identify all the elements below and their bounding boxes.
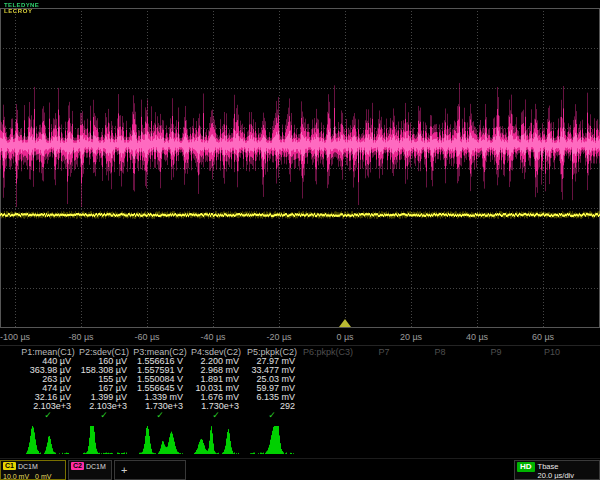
measurement-value bbox=[356, 357, 412, 366]
hd-chip: HD bbox=[517, 462, 535, 472]
measurement-header-p4[interactable]: P4:sdev(C2) bbox=[188, 347, 244, 357]
measurement-value bbox=[300, 402, 356, 411]
measurement-header-p3[interactable]: P3:mean(C2) bbox=[132, 347, 188, 357]
measurement-value: 2.103e+3 bbox=[76, 402, 132, 411]
measurement-value: 1.339 mV bbox=[132, 393, 188, 402]
measurement-value: 1.730e+3 bbox=[188, 402, 244, 411]
c1-offset: 0 mV bbox=[35, 473, 51, 480]
measurement-value bbox=[300, 357, 356, 366]
measurement-value: 27.97 mV bbox=[244, 357, 300, 366]
measurement-value: 1.730e+3 bbox=[132, 402, 188, 411]
c1-chip: C1 bbox=[3, 462, 16, 470]
measurement-value: 1.556616 V bbox=[132, 357, 188, 366]
measurement-header-p5[interactable]: P5:pkpk(C2) bbox=[244, 347, 300, 357]
measurement-status-icon bbox=[524, 411, 580, 420]
measurement-value bbox=[412, 402, 468, 411]
measurement-header-p2[interactable]: P2:sdev(C1) bbox=[76, 347, 132, 357]
measurement-value bbox=[300, 384, 356, 393]
measurement-value: 160 µV bbox=[76, 357, 132, 366]
measurement-header-p8[interactable]: P8 bbox=[412, 347, 468, 357]
time-axis-label: -40 µs bbox=[200, 332, 225, 342]
measurement-status-icon: ✓ bbox=[76, 411, 132, 420]
measurement-header-p1[interactable]: P1:mean(C1) bbox=[20, 347, 76, 357]
measurement-value bbox=[356, 375, 412, 384]
measurement-value: 474 µV bbox=[20, 384, 76, 393]
waveform-display bbox=[0, 8, 600, 328]
measurement-value bbox=[300, 366, 356, 375]
measurement-value: 2.103e+3 bbox=[20, 402, 76, 411]
timebase-scale: 20.0 µs/div bbox=[538, 471, 574, 480]
measurement-value bbox=[300, 375, 356, 384]
plus-icon: + bbox=[121, 464, 185, 476]
time-axis: -100 µs-80 µs-60 µs-40 µs-20 µs0 µs20 µs… bbox=[0, 330, 600, 345]
c2-descriptor[interactable]: C2 DC1M bbox=[68, 460, 112, 480]
measurement-value bbox=[524, 375, 580, 384]
timebase-descriptor[interactable]: HD Tbase 20.0 µs/div bbox=[514, 460, 600, 480]
time-axis-label: -80 µs bbox=[68, 332, 93, 342]
time-axis-label: 20 µs bbox=[400, 332, 422, 342]
measurement-value bbox=[468, 375, 524, 384]
measurement-value: 1.399 µV bbox=[76, 393, 132, 402]
measurement-status-icon: ✓ bbox=[244, 411, 300, 420]
measurement-value bbox=[356, 366, 412, 375]
measurement-header-p10[interactable]: P10 bbox=[524, 347, 580, 357]
measurement-value: 10.031 mV bbox=[188, 384, 244, 393]
measurement-value: 167 µV bbox=[76, 384, 132, 393]
measurement-status-icon: ✓ bbox=[132, 411, 188, 420]
measurement-value: 59.97 mV bbox=[244, 384, 300, 393]
measurement-value bbox=[356, 384, 412, 393]
measurement-value: 1.550084 V bbox=[132, 375, 188, 384]
measurement-value bbox=[468, 357, 524, 366]
measurement-value: 158.308 µV bbox=[76, 366, 132, 375]
measurement-value: 155 µV bbox=[76, 375, 132, 384]
c2-chip: C2 bbox=[71, 462, 84, 470]
c1-coupling: DC1M bbox=[18, 463, 38, 470]
measurement-value: 33.477 mV bbox=[244, 366, 300, 375]
measurement-value: 1.676 mV bbox=[188, 393, 244, 402]
measurement-status-icon bbox=[468, 411, 524, 420]
measurement-value bbox=[356, 402, 412, 411]
measurement-status-icon bbox=[356, 411, 412, 420]
measurement-value: 25.03 mV bbox=[244, 375, 300, 384]
measurement-histicons[interactable] bbox=[0, 420, 600, 456]
measurement-value bbox=[524, 384, 580, 393]
measurement-value bbox=[300, 393, 356, 402]
measurement-value bbox=[524, 402, 580, 411]
measurement-value: 2.200 mV bbox=[188, 357, 244, 366]
measurement-value: 1.891 mV bbox=[188, 375, 244, 384]
measurement-value: 292 bbox=[244, 402, 300, 411]
waveform-grid bbox=[0, 8, 600, 328]
measurement-value: 263 µV bbox=[20, 375, 76, 384]
measurement-value: 6.135 mV bbox=[244, 393, 300, 402]
brand-logo: TELEDYNE LECROY bbox=[4, 2, 39, 14]
measurement-status-icon: ✓ bbox=[20, 411, 76, 420]
oscilloscope-screen: TELEDYNE LECROY -100 µs-80 µs-60 µs-40 µ… bbox=[0, 0, 600, 480]
measurement-value bbox=[356, 393, 412, 402]
measurement-header-p7[interactable]: P7 bbox=[356, 347, 412, 357]
measurement-value bbox=[524, 393, 580, 402]
measurement-value bbox=[412, 393, 468, 402]
c2-coupling: DC1M bbox=[86, 463, 106, 470]
measurement-value: 363.98 µV bbox=[20, 366, 76, 375]
time-axis-label: 0 µs bbox=[336, 332, 353, 342]
c1-descriptor[interactable]: C1 DC1M 10.0 mV 0 mV bbox=[0, 460, 66, 480]
measurement-value bbox=[412, 366, 468, 375]
c1-scale: 10.0 mV bbox=[3, 473, 29, 480]
measurement-value bbox=[468, 366, 524, 375]
measurement-value: 440 µV bbox=[20, 357, 76, 366]
measurement-header-p6[interactable]: P6:pkpk(C3) bbox=[300, 347, 356, 357]
measurement-value bbox=[412, 384, 468, 393]
measurement-value bbox=[468, 402, 524, 411]
measurement-value bbox=[412, 357, 468, 366]
measurement-value: 2.968 mV bbox=[188, 366, 244, 375]
bottom-bar: C1 DC1M 10.0 mV 0 mV C2 DC1M + HD Tbase … bbox=[0, 458, 600, 480]
measurement-value: 1.556645 V bbox=[132, 384, 188, 393]
measurement-status-icon bbox=[300, 411, 356, 420]
measurement-value bbox=[524, 357, 580, 366]
measurement-value: 1.557591 V bbox=[132, 366, 188, 375]
time-axis-label: -100 µs bbox=[0, 332, 30, 342]
measurement-status-icon: ✓ bbox=[188, 411, 244, 420]
measurement-header-p9[interactable]: P9 bbox=[468, 347, 524, 357]
add-trace-button[interactable]: + bbox=[114, 460, 186, 480]
measurement-value bbox=[468, 393, 524, 402]
